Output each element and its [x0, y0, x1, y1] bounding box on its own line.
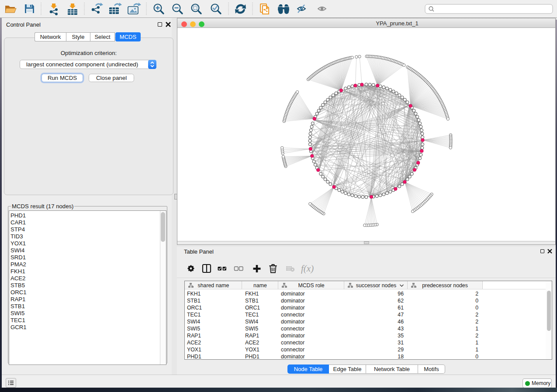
- svg-text:f(x): f(x): [301, 263, 314, 274]
